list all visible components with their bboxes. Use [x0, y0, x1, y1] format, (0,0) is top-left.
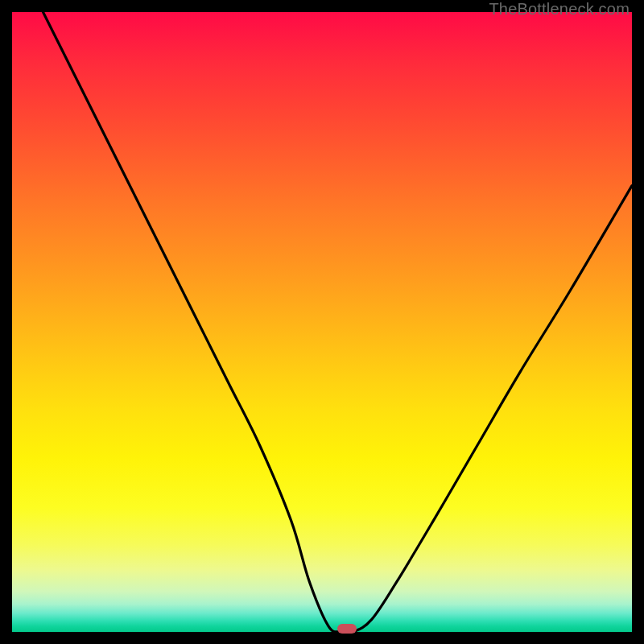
optimum-marker	[337, 624, 357, 634]
chart-frame: TheBottleneck.com	[0, 0, 644, 644]
plot-area	[12, 12, 632, 632]
watermark-text: TheBottleneck.com	[489, 0, 630, 19]
bottleneck-curve	[12, 12, 632, 632]
